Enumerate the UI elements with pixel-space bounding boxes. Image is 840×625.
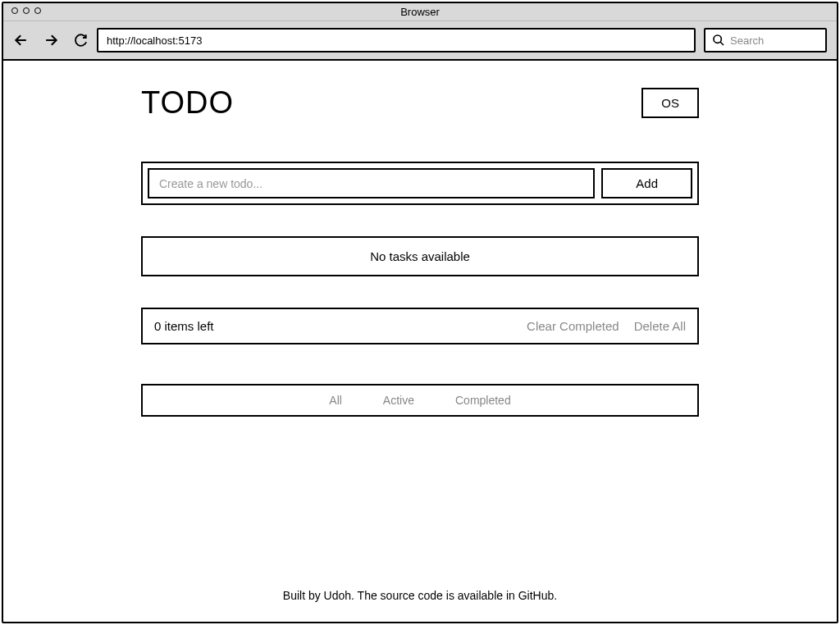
window-close-icon[interactable] bbox=[11, 7, 18, 14]
forward-button[interactable] bbox=[43, 32, 59, 48]
back-button[interactable] bbox=[13, 32, 30, 48]
filter-active[interactable]: Active bbox=[383, 394, 414, 407]
filter-completed[interactable]: Completed bbox=[455, 394, 511, 407]
browser-search-box[interactable] bbox=[704, 28, 827, 52]
os-button[interactable]: OS bbox=[641, 88, 699, 118]
empty-message: No tasks available bbox=[370, 249, 470, 263]
add-button[interactable]: Add bbox=[601, 168, 692, 198]
reload-button[interactable] bbox=[72, 32, 89, 48]
arrow-left-icon bbox=[13, 32, 30, 48]
browser-toolbar: http://localhost:5173 bbox=[3, 21, 837, 61]
page-content: TODO OS Add No tasks available 0 items l… bbox=[3, 61, 837, 622]
browser-search-input[interactable] bbox=[730, 34, 819, 47]
titlebar: Browser bbox=[3, 3, 837, 21]
clear-completed-button[interactable]: Clear Completed bbox=[527, 319, 619, 333]
url-bar[interactable]: http://localhost:5173 bbox=[97, 28, 696, 52]
create-todo-input[interactable] bbox=[148, 168, 595, 198]
filter-all[interactable]: All bbox=[329, 394, 342, 407]
svg-point-0 bbox=[714, 35, 721, 43]
footer: Built by Udoh. The source code is availa… bbox=[3, 589, 837, 602]
items-left-label: 0 items left bbox=[154, 319, 214, 333]
create-todo-row: Add bbox=[141, 162, 699, 205]
footer-text: Built by Udoh. The source code is availa… bbox=[283, 589, 557, 602]
reload-icon bbox=[73, 33, 88, 48]
url-text: http://localhost:5173 bbox=[107, 34, 202, 47]
empty-state: No tasks available bbox=[141, 236, 699, 276]
status-bar: 0 items left Clear Completed Delete All bbox=[141, 308, 699, 344]
search-icon bbox=[712, 34, 725, 47]
window-maximize-icon[interactable] bbox=[34, 7, 41, 14]
window-minimize-icon[interactable] bbox=[23, 7, 30, 14]
page-title: TODO bbox=[141, 85, 234, 121]
window-controls[interactable] bbox=[11, 7, 41, 14]
filter-bar: All Active Completed bbox=[141, 384, 699, 417]
delete-all-button[interactable]: Delete All bbox=[634, 319, 686, 333]
browser-window: Browser http://localhost:5173 bbox=[2, 2, 838, 623]
window-title: Browser bbox=[400, 6, 440, 18]
arrow-right-icon bbox=[43, 32, 59, 48]
svg-line-1 bbox=[720, 42, 724, 45]
